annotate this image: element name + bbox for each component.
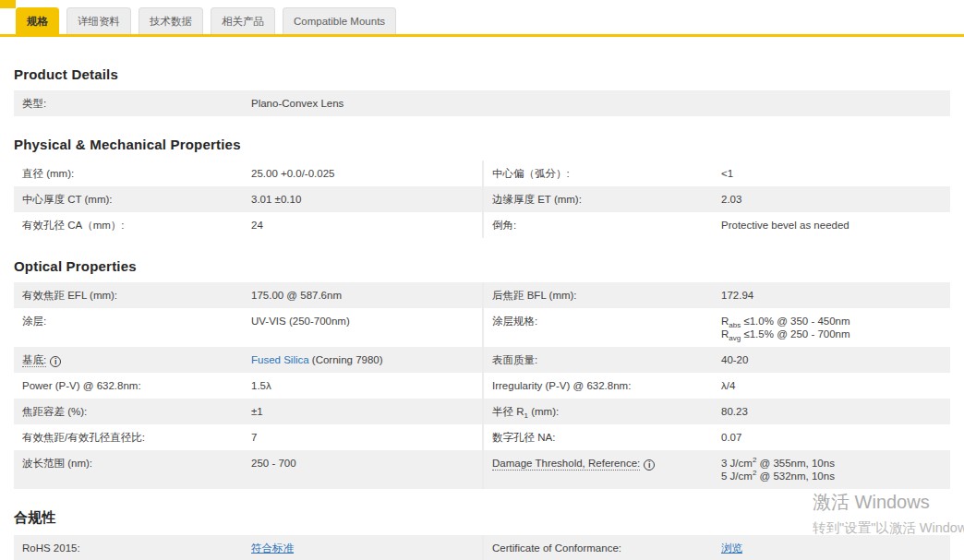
- spec-value: ±1: [251, 405, 482, 418]
- spec-cell: 中心偏（弧分）: <1: [482, 161, 950, 186]
- spec-value: Fused Silica (Corning 7980): [251, 353, 482, 366]
- substrate-tooltip-term[interactable]: 基底:: [22, 354, 46, 367]
- spec-cell: 中心厚度 CT (mm): 3.01 ±0.10: [14, 186, 482, 212]
- table-row: RoHS 2015: 符合标准 Certificate of Conforman…: [14, 535, 950, 560]
- spec-label: 焦距容差 (%):: [22, 405, 251, 418]
- tab-compatible-mounts[interactable]: Compatible Mounts: [283, 7, 396, 34]
- table-row: 中心厚度 CT (mm): 3.01 ±0.10 边缘厚度 ET (mm): 2…: [14, 186, 950, 212]
- spec-cell: 表面质量: 40-20: [482, 347, 950, 373]
- spec-label-substrate: 基底:i: [22, 353, 251, 366]
- spec-label: Power (P-V) @ 632.8nm:: [22, 379, 251, 392]
- spec-label: 类型:: [22, 97, 251, 110]
- physical-table: 直径 (mm): 25.00 +0.0/-0.025 中心偏（弧分）: <1 中…: [14, 161, 950, 238]
- spec-value: 24: [251, 219, 482, 232]
- spec-label: 涂层规格:: [492, 315, 721, 328]
- section-title-compliance: 合规性: [14, 509, 950, 527]
- spec-cell: 涂层规格: Rabs ≤1.0% @ 350 - 450nmRavg ≤1.5%…: [482, 308, 950, 347]
- spec-value: 172.94: [721, 289, 950, 302]
- spec-label: RoHS 2015:: [22, 542, 251, 554]
- spec-cell: Irregularity (P-V) @ 632.8nm: λ/4: [482, 373, 950, 399]
- spec-label: 倒角:: [492, 219, 721, 232]
- damage-threshold-tooltip-term[interactable]: Damage Threshold, Reference:: [492, 458, 640, 471]
- spec-label: 中心厚度 CT (mm):: [22, 193, 251, 206]
- spec-value: 符合标准: [251, 542, 482, 554]
- tab-bar: 规格 详细资料 技术数据 相关产品 Compatible Mounts: [0, 0, 964, 37]
- spec-cell: 焦距容差 (%): ±1: [14, 399, 482, 424]
- spec-label: 后焦距 BFL (mm):: [492, 289, 721, 302]
- rohs-compliant-link[interactable]: 符合标准: [251, 542, 294, 554]
- spec-label-damage-threshold: Damage Threshold, Reference:i: [492, 457, 721, 470]
- tab-related-products[interactable]: 相关产品: [211, 7, 275, 34]
- spec-cell: 边缘厚度 ET (mm): 2.03: [482, 186, 950, 212]
- product-details-table: 类型: Plano-Convex Lens: [14, 90, 950, 116]
- table-row: 有效孔径 CA（mm）: 24 倒角: Protective bevel as …: [14, 212, 950, 238]
- table-row: 基底:i Fused Silica (Corning 7980) 表面质量: 4…: [14, 347, 950, 373]
- spec-label: 中心偏（弧分）:: [492, 167, 721, 180]
- spec-cell: RoHS 2015: 符合标准: [14, 535, 482, 560]
- table-row: 涂层: UV-VIS (250-700nm) 涂层规格: Rabs ≤1.0% …: [14, 308, 950, 347]
- compliance-table: RoHS 2015: 符合标准 Certificate of Conforman…: [14, 535, 950, 560]
- spec-value: 40-20: [721, 353, 950, 366]
- spec-label: 数字孔径 NA:: [492, 431, 721, 444]
- spec-cell: 有效焦距 EFL (mm): 175.00 @ 587.6nm: [14, 282, 482, 308]
- spec-value: 2.03: [721, 193, 950, 206]
- spec-cell: Damage Threshold, Reference:i 3 J/cm2 @ …: [482, 450, 950, 489]
- spec-cell: 半径 R1 (mm): 80.23: [482, 399, 950, 424]
- spec-label: 涂层:: [22, 315, 251, 328]
- fused-silica-link[interactable]: Fused Silica: [251, 354, 309, 365]
- spec-cell: 数字孔径 NA: 0.07: [482, 424, 950, 450]
- spec-value: UV-VIS (250-700nm): [251, 315, 482, 328]
- spec-label: 表面质量:: [492, 353, 721, 366]
- spec-cell: 后焦距 BFL (mm): 172.94: [482, 282, 950, 308]
- spec-value-coating-specs: Rabs ≤1.0% @ 350 - 450nmRavg ≤1.5% @ 250…: [721, 315, 950, 340]
- spec-value: λ/4: [721, 379, 950, 392]
- spec-value: 3.01 ±0.10: [251, 193, 482, 206]
- table-row: 有效焦距 EFL (mm): 175.00 @ 587.6nm 后焦距 BFL …: [14, 282, 950, 308]
- spec-label: 有效焦距/有效孔径直径比:: [22, 431, 251, 444]
- spec-label: 波长范围 (nm):: [22, 457, 251, 470]
- spec-value: Plano-Convex Lens: [251, 97, 950, 110]
- tab-technical-data[interactable]: 技术数据: [139, 7, 203, 34]
- spec-label: 直径 (mm):: [22, 167, 251, 180]
- spec-label-radius: 半径 R1 (mm):: [492, 405, 721, 418]
- spec-value: <1: [721, 167, 950, 180]
- scrolled-yellow-fragment: [0, 0, 16, 8]
- table-row: 焦距容差 (%): ±1 半径 R1 (mm): 80.23: [14, 399, 950, 424]
- tab-specs[interactable]: 规格: [16, 7, 59, 34]
- spec-cell: Certificate of Conformance: 浏览: [482, 535, 950, 560]
- spec-cell: 直径 (mm): 25.00 +0.0/-0.025: [14, 161, 482, 186]
- spec-value: 1.5λ: [251, 379, 482, 392]
- spec-label: 有效焦距 EFL (mm):: [22, 289, 251, 302]
- coc-view-link[interactable]: 浏览: [721, 542, 742, 554]
- info-icon[interactable]: i: [644, 459, 655, 471]
- spec-label: Irregularity (P-V) @ 632.8nm:: [492, 379, 721, 392]
- spec-cell: 涂层: UV-VIS (250-700nm): [14, 308, 482, 347]
- info-icon[interactable]: i: [50, 356, 61, 367]
- spec-value: 80.23: [721, 405, 950, 418]
- spec-label: Certificate of Conformance:: [492, 542, 721, 554]
- spec-cell: 有效孔径 CA（mm）: 24: [14, 212, 482, 238]
- table-row: 波长范围 (nm): 250 - 700 Damage Threshold, R…: [14, 450, 950, 489]
- table-row: 直径 (mm): 25.00 +0.0/-0.025 中心偏（弧分）: <1: [14, 161, 950, 186]
- spec-value: 0.07: [721, 431, 950, 444]
- spec-value-damage-threshold: 3 J/cm2 @ 355nm, 10ns5 J/cm2 @ 532nm, 10…: [721, 457, 950, 483]
- spec-value: 25.00 +0.0/-0.025: [251, 167, 482, 180]
- spec-value: 175.00 @ 587.6nm: [251, 289, 482, 302]
- spec-cell: 有效焦距/有效孔径直径比: 7: [14, 424, 482, 450]
- substrate-value-rest: (Corning 7980): [309, 354, 383, 365]
- section-title-optical: Optical Properties: [14, 258, 950, 274]
- spec-cell: 类型: Plano-Convex Lens: [14, 90, 950, 116]
- spec-value: 250 - 700: [251, 457, 482, 470]
- spec-cell: Power (P-V) @ 632.8nm: 1.5λ: [14, 373, 482, 399]
- table-row: Power (P-V) @ 632.8nm: 1.5λ Irregularity…: [14, 373, 950, 399]
- optical-table: 有效焦距 EFL (mm): 175.00 @ 587.6nm 后焦距 BFL …: [14, 282, 950, 489]
- tab-details[interactable]: 详细资料: [66, 7, 131, 34]
- spec-cell: 波长范围 (nm): 250 - 700: [14, 450, 482, 489]
- spec-value: 浏览: [721, 542, 950, 554]
- spec-label: 边缘厚度 ET (mm):: [492, 193, 721, 206]
- table-row: 类型: Plano-Convex Lens: [14, 90, 950, 116]
- spec-cell: 基底:i Fused Silica (Corning 7980): [14, 347, 482, 373]
- section-title-physical: Physical & Mechanical Properties: [14, 137, 950, 152]
- specs-content: Product Details 类型: Plano-Convex Lens Ph…: [0, 66, 964, 560]
- section-title-product-details: Product Details: [14, 66, 950, 82]
